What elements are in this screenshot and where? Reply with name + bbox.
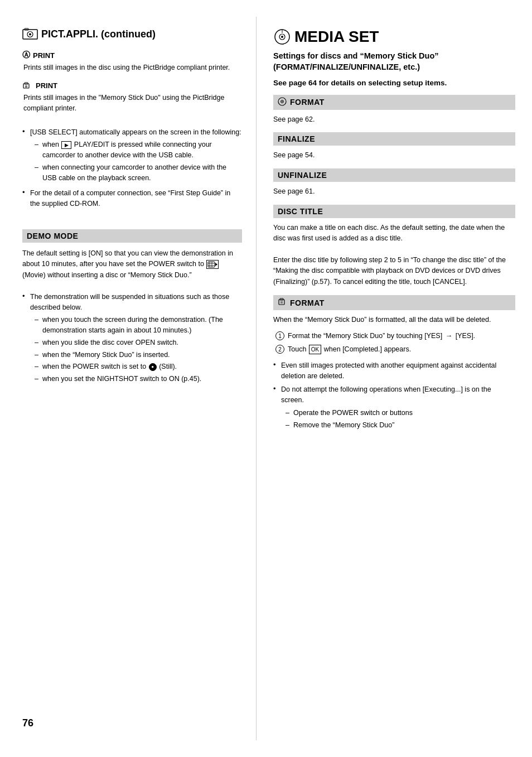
arrow-right-1: →	[446, 332, 453, 340]
format-bullets: • Even still images protected with anoth…	[273, 360, 515, 432]
mem-print-icon	[22, 81, 33, 90]
page-number-area: 76	[22, 701, 242, 729]
demo-dash3: – when the “Memory Stick Duo” is inserte…	[35, 350, 242, 360]
format-disc-see: See page 62.	[273, 114, 515, 125]
print-mem-text: Prints still images in the "Memory Stick…	[22, 93, 242, 114]
svg-point-16	[281, 36, 283, 38]
usb-dash-list: – when ▶ PLAY/EDIT is pressed while conn…	[35, 139, 242, 183]
numbered-list: 1 Format the “Memory Stick Duo” by touch…	[275, 331, 515, 355]
num-circle-2: 2	[275, 345, 284, 354]
page: PICT.APPLI. (continued) Ⓐ PRINT Prints s…	[0, 0, 532, 757]
movie-icon	[206, 260, 219, 269]
demo-dash5: – when you set the NIGHTSHOT switch to O…	[35, 374, 242, 384]
demo-mode-bar: DEMO MODE	[22, 229, 242, 243]
print-mem-title: PRINT	[22, 81, 242, 90]
unfinalize-bar: UNFINALIZE	[273, 168, 515, 182]
print-disc-section: Ⓐ PRINT Prints still images in the disc …	[22, 50, 242, 73]
ops-dash1: – Operate the POWER switch or buttons	[286, 408, 515, 418]
print-disc-title: Ⓐ PRINT	[22, 50, 242, 60]
pict-appli-icon	[22, 28, 38, 40]
usb-dash2: – when connecting your camcorder to anot…	[35, 162, 242, 184]
ops-dash2: – Remove the “Memory Stick Duo”	[286, 420, 515, 431]
step1: 1 Format the “Memory Stick Duo” by touch…	[275, 331, 515, 341]
movie-icon-svg	[207, 261, 217, 268]
media-set-title: MEDIA SET	[273, 28, 515, 46]
ok-box: OK	[309, 345, 321, 354]
disc-title-bar: DISC TITLE	[273, 205, 515, 218]
media-set-icon	[273, 28, 291, 46]
unfinalize-see: See page 61.	[273, 186, 515, 197]
format-bullet1-content: Even still images protected with another…	[281, 360, 515, 382]
mem-stick-icon	[22, 81, 31, 90]
disc-icon	[278, 97, 287, 106]
demo-dash4: – when the POWER switch is set to ● (Sti…	[35, 361, 242, 372]
demo-bullet1: • The demonstration will be suspended in…	[22, 292, 242, 386]
left-column: PICT.APPLI. (continued) Ⓐ PRINT Prints s…	[0, 17, 257, 740]
svg-marker-13	[215, 263, 217, 266]
play-edit-icon: ▶	[61, 141, 71, 149]
bullet-dot-usb: •	[22, 127, 30, 185]
format-bullet1: • Even still images protected with anoth…	[273, 360, 515, 382]
step2: 2 Touch OK when [Completed.] appears.	[275, 344, 515, 355]
print-disc-text: Prints still images in the disc using th…	[22, 62, 242, 73]
ops-dash-list: – Operate the POWER switch or buttons – …	[286, 408, 515, 431]
svg-rect-8	[208, 262, 215, 267]
media-set-icon-svg	[274, 28, 291, 45]
finalize-see: See page 54.	[273, 150, 515, 161]
format-mem-bar: FORMAT	[273, 295, 515, 310]
computer-bullet-content: For the detail of a computer connection,…	[30, 188, 242, 209]
right-column: MEDIA SET Settings for discs and “Memory…	[257, 17, 532, 740]
svg-point-20	[282, 101, 283, 102]
pict-appli-title: PICT.APPLI. (continued)	[22, 28, 242, 40]
demo-dash2: – when you slide the disc cover OPEN swi…	[35, 337, 242, 348]
svg-point-3	[29, 33, 31, 36]
mem-stick-bar-icon	[278, 297, 287, 306]
format-disc-icon	[278, 97, 287, 108]
media-subtitle: Settings for discs and “Memory Stick Duo…	[273, 50, 515, 73]
media-note: See page 64 for details on selecting set…	[273, 79, 515, 87]
finalize-bar: FINALIZE	[273, 132, 515, 146]
format-mem-icon	[278, 297, 287, 308]
disc-print-icon: Ⓐ	[22, 50, 30, 60]
usb-bullet: • [USB SELECT] automatically appears on …	[22, 127, 242, 185]
computer-bullet: • For the detail of a computer connectio…	[22, 188, 242, 209]
usb-section: • [USB SELECT] automatically appears on …	[22, 127, 242, 213]
demo-bullets: • The demonstration will be suspended in…	[22, 292, 242, 389]
disc-title-body: You can make a title on each disc. As th…	[273, 223, 515, 287]
bullet-dot-comp: •	[22, 188, 30, 209]
still-icon: ●	[149, 363, 157, 371]
demo-dash-list: – when you touch the screen during the d…	[35, 315, 242, 384]
format-bullet2: • Do not attempt the following operation…	[273, 384, 515, 432]
page-number: 76	[22, 706, 33, 729]
usb-bullet-content: [USB SELECT] automatically appears on th…	[30, 127, 242, 185]
format-mem-body: When the “Memory Stick Duo” is formatted…	[273, 315, 515, 325]
print-mem-section: PRINT Prints still images in the "Memory…	[22, 81, 242, 114]
demo-body: The default setting is [ON] so that you …	[22, 248, 242, 281]
demo-dash1: – when you touch the screen during the d…	[35, 315, 242, 336]
usb-dash1: – when ▶ PLAY/EDIT is pressed while conn…	[35, 139, 242, 161]
format-disc-bar: FORMAT	[273, 95, 515, 110]
num-circle-1: 1	[275, 331, 284, 340]
